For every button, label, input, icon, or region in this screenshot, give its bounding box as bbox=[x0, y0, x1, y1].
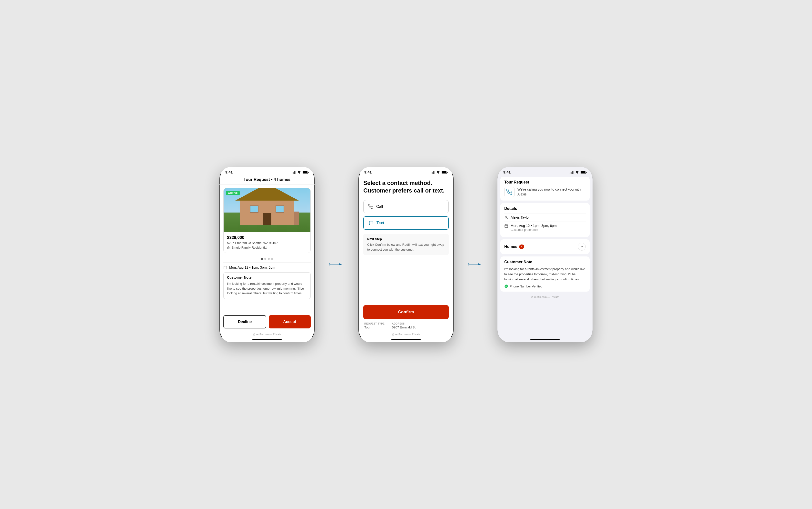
property-address: 5207 Emerald Ct Seattle, WA 98107 bbox=[227, 241, 307, 245]
svg-rect-29 bbox=[581, 171, 586, 173]
property-info: $328,000 5207 Emerald Ct Seattle, WA 981… bbox=[224, 232, 310, 253]
status-time-2: 9:41 bbox=[364, 170, 372, 174]
svg-rect-17 bbox=[434, 171, 435, 174]
dot-4 bbox=[271, 258, 273, 260]
accept-button[interactable]: Accept bbox=[269, 315, 311, 329]
footer-text-1: redfin.com — Private bbox=[256, 333, 282, 336]
svg-rect-15 bbox=[432, 172, 433, 174]
status-bar-3: 9:41 bbox=[497, 167, 593, 174]
svg-point-30 bbox=[506, 216, 507, 217]
svg-rect-19 bbox=[442, 171, 446, 173]
wifi-icon-2 bbox=[436, 171, 440, 174]
s3-homes-title: Homes 4 bbox=[504, 244, 524, 249]
screen2-content: Select a contact method. Customer prefer… bbox=[359, 174, 453, 337]
phone-screen-1: 9:41 Tour Request • 4 homes A bbox=[219, 167, 315, 342]
s3-verified-row: Phone Number Verified bbox=[504, 284, 586, 288]
footer-text-3: redfin.com — Private bbox=[534, 296, 559, 298]
s3-schedule-text: Mon, Aug 12 • 1pm, 3pm, 6pm bbox=[511, 224, 557, 228]
request-type-label: REQUEST TYPE bbox=[364, 323, 384, 325]
status-bar-1: 9:41 bbox=[219, 167, 315, 174]
footer-text-2: redfin.com — Private bbox=[395, 333, 420, 336]
s3-homes-header: Homes 4 bbox=[504, 243, 586, 250]
status-time-1: 9:41 bbox=[225, 170, 233, 174]
svg-rect-24 bbox=[569, 173, 570, 174]
next-step-box: Next Step Click Confirm below and Redfin… bbox=[363, 234, 449, 255]
redfin-footer-2: redfin.com — Private bbox=[359, 331, 453, 337]
request-type-group: REQUEST TYPE Tour bbox=[364, 323, 384, 330]
s3-customer-note-section: Customer Note I'm looking for a rental/i… bbox=[501, 257, 590, 292]
svg-rect-1 bbox=[293, 172, 294, 174]
svg-rect-6 bbox=[224, 266, 227, 269]
property-type-row: Single Family Residential bbox=[227, 246, 307, 249]
signal-icon-3 bbox=[569, 171, 574, 174]
svg-rect-25 bbox=[571, 172, 571, 174]
s3-phone-wave-icon-box bbox=[504, 187, 515, 197]
dot-2 bbox=[264, 258, 266, 260]
text-option[interactable]: Text bbox=[363, 216, 449, 230]
s3-tour-request-row: We're calling you now to connect you wit… bbox=[504, 187, 586, 197]
s3-details-section: Details Alexis Taylor Mon, Aug 12 • 1pm,… bbox=[501, 203, 590, 237]
home-bar-2 bbox=[359, 337, 453, 342]
schedule-details: Mon, Aug 12 • 1pm, 3pm, 6pm Customer pre… bbox=[511, 224, 557, 232]
status-bar-2: 9:41 bbox=[359, 167, 453, 174]
confirm-button[interactable]: Confirm bbox=[363, 305, 449, 319]
homes-label: Homes bbox=[504, 244, 517, 249]
calendar-icon-3 bbox=[504, 224, 508, 228]
status-icons-3 bbox=[569, 171, 587, 174]
svg-rect-0 bbox=[292, 173, 292, 174]
property-card: ACTIVE $328,000 5207 Emerald Ct Seattle,… bbox=[223, 188, 311, 253]
house-door bbox=[263, 213, 271, 225]
screen1-header: Tour Request • 4 homes bbox=[219, 174, 315, 185]
calendar-icon bbox=[223, 266, 227, 269]
contact-method-title-text: Select a contact method. Customer prefer… bbox=[363, 179, 445, 194]
lock-icon-2 bbox=[392, 333, 394, 336]
svg-rect-27 bbox=[573, 171, 574, 174]
message-icon bbox=[369, 220, 374, 226]
verified-text: Phone Number Verified bbox=[510, 284, 542, 288]
svg-rect-10 bbox=[253, 334, 255, 336]
s2-main: Select a contact method. Customer prefer… bbox=[359, 174, 453, 331]
house-window-right bbox=[275, 205, 284, 213]
s3-homes-section: Homes 4 bbox=[501, 239, 590, 254]
chevron-down-icon bbox=[580, 245, 584, 248]
signal-icon bbox=[292, 171, 296, 174]
s3-customer-note-title: Customer Note bbox=[504, 260, 586, 264]
s3-tour-request-title: Tour Request bbox=[504, 180, 586, 184]
redfin-footer-3: redfin.com — Private bbox=[497, 294, 593, 299]
s3-schedule-row: Mon, Aug 12 • 1pm, 3pm, 6pm Customer pre… bbox=[504, 222, 586, 234]
screen3-content: Tour Request We're calling you now to co… bbox=[497, 174, 593, 337]
s3-schedule-sub: Customer preference bbox=[511, 228, 557, 232]
schedule-text: Mon, Aug 12 • 1pm, 3pm, 6pm bbox=[229, 266, 275, 269]
phone-icon bbox=[368, 204, 373, 209]
s3-tour-request-section: Tour Request We're calling you now to co… bbox=[501, 177, 590, 201]
arrow-1 bbox=[329, 262, 344, 267]
svg-rect-16 bbox=[433, 171, 434, 174]
svg-rect-20 bbox=[392, 334, 394, 336]
svg-rect-26 bbox=[572, 171, 573, 174]
active-badge: ACTIVE bbox=[226, 191, 240, 195]
chevron-down-button[interactable] bbox=[578, 243, 586, 250]
person-icon bbox=[504, 216, 508, 219]
schedule-row: Mon, Aug 12 • 1pm, 3pm, 6pm bbox=[223, 262, 311, 272]
s2-bottom-area: Confirm REQUEST TYPE Tour ADDRESS 5207 E… bbox=[363, 305, 449, 331]
status-icons-2 bbox=[431, 171, 448, 174]
s2-footer-info: REQUEST TYPE Tour ADDRESS 5207 Emarald S… bbox=[363, 323, 449, 331]
dot-1 bbox=[261, 258, 263, 260]
home-bar-1 bbox=[219, 337, 315, 342]
s3-tour-text: We're calling you now to connect you wit… bbox=[517, 187, 586, 197]
screen1-content: Tour Request • 4 homes ACTIVE $328,000 5… bbox=[219, 174, 315, 337]
home-indicator-3 bbox=[530, 339, 560, 340]
carousel-dots bbox=[219, 257, 315, 262]
property-type: Single Family Residential bbox=[232, 246, 267, 249]
wifi-icon bbox=[297, 171, 301, 174]
property-image: ACTIVE bbox=[224, 189, 310, 232]
text-label: Text bbox=[376, 221, 384, 225]
svg-rect-14 bbox=[431, 173, 431, 174]
svg-rect-5 bbox=[303, 171, 307, 173]
call-option[interactable]: Call bbox=[363, 200, 449, 213]
decline-button[interactable]: Decline bbox=[223, 315, 266, 329]
dot-3 bbox=[268, 258, 270, 260]
wifi-icon-3 bbox=[575, 171, 579, 174]
arrow-2 bbox=[468, 262, 483, 267]
address-group: ADDRESS 5207 Emarald St. bbox=[392, 323, 416, 330]
